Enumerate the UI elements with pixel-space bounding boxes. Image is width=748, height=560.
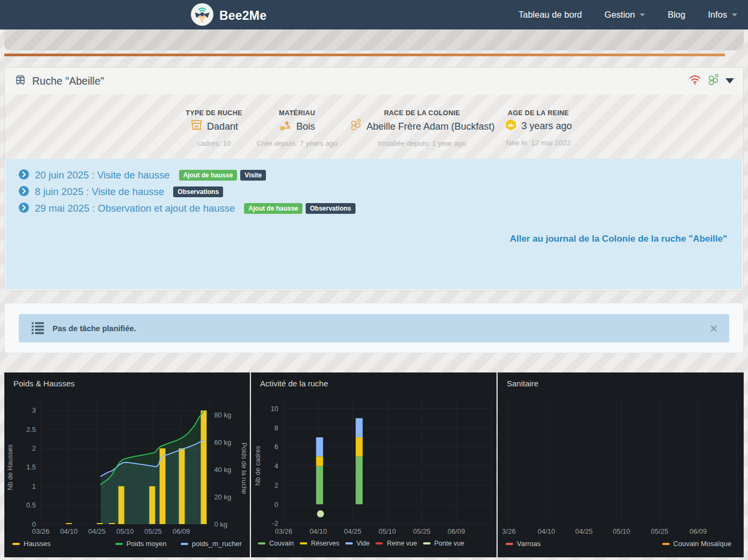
svg-text:03/26: 03/26 — [275, 527, 293, 535]
svg-text:3/26: 3/26 — [502, 527, 515, 535]
top-navbar: Bee2Me Tableau de bord Gestion Blog Info… — [0, 0, 748, 29]
svg-text:6: 6 — [275, 443, 278, 451]
activity-chart-canvas[interactable]: -2024681003/2604/1004/2505/1005/2506/09N… — [251, 393, 496, 538]
chart-legend: Hausses Poids moyen poids_m_rucher — [5, 538, 249, 548]
charts-row: Poids & Hausses 00.511.522.530 kg20 kg40… — [4, 372, 744, 557]
events-panel: 20 juin 2025 : Visite de hausse Ajout de… — [6, 159, 742, 289]
chevron-right-circle-icon[interactable] — [19, 203, 29, 215]
svg-text:04/25: 04/25 — [88, 527, 106, 535]
hive-icon — [190, 118, 203, 135]
legend-item[interactable]: Couvain Mosaïque — [662, 540, 731, 548]
chevron-down-icon[interactable] — [725, 78, 734, 84]
legend-label: poids_m_rucher — [192, 540, 242, 548]
svg-text:40 kg: 40 kg — [214, 466, 231, 474]
hive-header-icons — [688, 73, 734, 89]
svg-text:04/10: 04/10 — [538, 527, 556, 535]
svg-text:04/10: 04/10 — [309, 527, 327, 535]
chevron-right-circle-icon[interactable] — [19, 186, 29, 198]
hive-info-row: TYPE DE RUCHE Dadant cadres: 10 MATÉRIAU — [5, 94, 743, 160]
event-row: 8 juin 2025 : Visite de hausse Observati… — [19, 186, 728, 198]
main-nav: Tableau de bord Gestion Blog Infos — [519, 0, 737, 29]
tasks-card: Pas de tâche planifiée. × — [4, 303, 744, 353]
svg-text:05/10: 05/10 — [379, 527, 396, 535]
hive-card-header: Ruche "Abeille" — [5, 68, 743, 94]
svg-text:0: 0 — [275, 501, 278, 509]
nav-item-tableau-de-bord[interactable]: Tableau de bord — [519, 10, 582, 20]
badge: Observations — [306, 203, 356, 214]
info-materiau: MATÉRIAU Bois Crée depuis: 7 years ago — [254, 109, 340, 147]
svg-text:05/25: 05/25 — [144, 527, 162, 535]
list-icon — [31, 320, 45, 337]
bee-logo-icon — [191, 3, 213, 28]
chart-title: Poids & Hausses — [5, 373, 249, 393]
svg-text:-2: -2 — [272, 519, 278, 527]
legend-label: Couvain Mosaïque — [673, 540, 731, 548]
legend-item[interactable]: Couvain — [258, 540, 294, 547]
chart-legend: Varroas Couvain Mosaïque — [498, 538, 743, 548]
chart-title: Sanitaire — [498, 373, 743, 393]
legend-swatch — [300, 542, 307, 544]
legend-item[interactable]: poids_m_rucher — [181, 540, 242, 548]
event-row: 20 juin 2025 : Visite de hausse Ajout de… — [19, 169, 728, 181]
sanitary-chart-panel: Sanitaire 3/2604/1004/2505/1005/2506/09 … — [498, 372, 744, 557]
event-link[interactable]: 8 juin 2025 : Visite de hausse — [35, 186, 164, 198]
legend-item[interactable]: Réserves — [300, 540, 339, 547]
svg-text:20 kg: 20 kg — [214, 493, 231, 501]
legend-swatch — [662, 543, 670, 545]
weight-chart-panel: Poids & Hausses 00.511.522.530 kg20 kg40… — [4, 372, 250, 557]
chart-legend: Couvain Réserves Vide Reine vue Ponte vu… — [251, 538, 496, 547]
legend-item[interactable]: Reine vue — [375, 540, 417, 547]
svg-text:03/26: 03/26 — [32, 527, 50, 535]
event-row: 29 mai 2025 : Observation et ajout de ha… — [19, 203, 728, 214]
svg-text:Nb de Hausses: Nb de Hausses — [6, 444, 14, 490]
legend-swatch — [12, 543, 20, 545]
svg-text:06/09: 06/09 — [690, 527, 707, 535]
activity-chart-panel: Activité de la ruche -2024681003/2604/10… — [251, 372, 497, 557]
chevron-down-icon — [640, 13, 645, 17]
legend-label: Réserves — [311, 540, 339, 547]
svg-text:06/09: 06/09 — [173, 527, 190, 535]
hive-icon — [14, 73, 27, 89]
nav-item-gestion[interactable]: Gestion — [604, 10, 645, 20]
brand[interactable]: Bee2Me — [191, 3, 266, 28]
svg-text:04/10: 04/10 — [60, 527, 78, 535]
legend-label: Vide — [357, 540, 370, 547]
event-link[interactable]: 29 mai 2025 : Observation et ajout de ha… — [35, 203, 235, 214]
close-icon[interactable]: × — [710, 322, 717, 335]
weight-chart-canvas[interactable]: 00.511.522.530 kg20 kg40 kg60 kg80 kg03/… — [5, 393, 249, 538]
svg-text:04/25: 04/25 — [575, 527, 593, 535]
legend-item[interactable]: Hausses — [12, 540, 51, 548]
collapsed-striped-panel — [4, 29, 744, 50]
hive-title: Ruche "Abeille" — [14, 73, 104, 89]
legend-label: Ponte vue — [434, 540, 464, 547]
orange-divider — [4, 54, 725, 56]
honeycomb-bee-icon[interactable] — [707, 73, 720, 89]
svg-text:10: 10 — [271, 405, 278, 413]
hive-title-text: Ruche "Abeille" — [32, 75, 104, 87]
sanitary-chart-canvas[interactable]: 3/2604/1004/2505/1005/2506/09 — [498, 393, 743, 538]
badge: Ajout de hausse — [179, 170, 238, 181]
nav-item-blog[interactable]: Blog — [668, 10, 685, 20]
chevron-right-circle-icon[interactable] — [19, 169, 29, 182]
svg-text:1: 1 — [32, 482, 36, 490]
legend-item[interactable]: Ponte vue — [423, 540, 464, 547]
svg-text:1.5: 1.5 — [26, 463, 36, 471]
svg-text:05/10: 05/10 — [613, 527, 631, 535]
legend-label: Couvain — [269, 540, 294, 547]
no-task-alert: Pas de tâche planifiée. × — [19, 314, 729, 342]
legend-item[interactable]: Poids moyen — [115, 540, 167, 548]
svg-text:05/25: 05/25 — [651, 527, 669, 535]
badge: Ajout de hausse — [244, 203, 302, 214]
svg-text:2: 2 — [32, 444, 36, 452]
event-link[interactable]: 20 juin 2025 : Visite de hausse — [35, 169, 170, 181]
journal-link[interactable]: Aller au journal de la Colonie de la ruc… — [19, 234, 728, 244]
svg-text:60 kg: 60 kg — [214, 438, 231, 446]
badge: Observations — [173, 186, 223, 197]
legend-item[interactable]: Varroas — [506, 540, 541, 548]
svg-text:8: 8 — [275, 424, 278, 432]
nav-item-infos[interactable]: Infos — [708, 10, 737, 20]
legend-item[interactable]: Vide — [345, 540, 370, 547]
svg-text:0.5: 0.5 — [26, 501, 36, 509]
svg-text:0 kg: 0 kg — [214, 520, 227, 528]
wifi-icon[interactable] — [688, 74, 701, 88]
